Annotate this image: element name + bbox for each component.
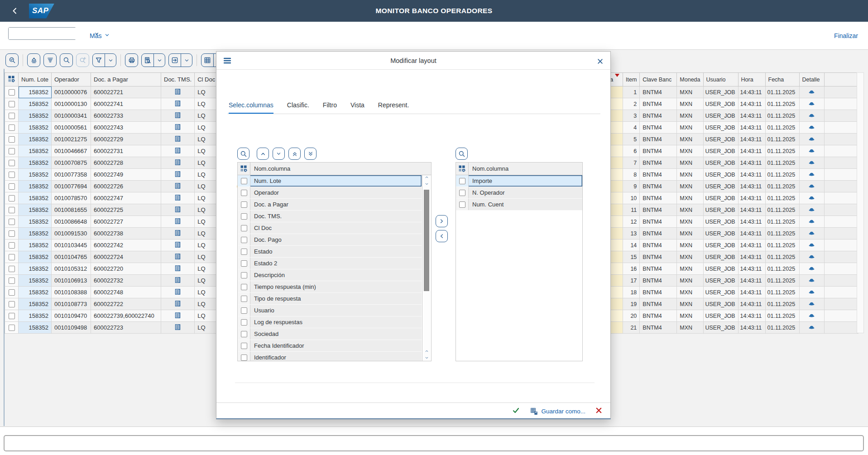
document-lines-icon[interactable] (174, 302, 181, 308)
num-lote-cell[interactable]: 158352 (19, 122, 52, 134)
num-lote-cell[interactable]: 158352 (19, 275, 52, 287)
document-lines-icon[interactable] (174, 160, 181, 167)
item-checkbox[interactable] (241, 260, 247, 267)
scroll-down-icon[interactable] (424, 355, 429, 361)
num-lote-cell[interactable]: 158352 (19, 251, 52, 263)
column-header[interactable]: Doc. TMS. (161, 73, 195, 86)
hat-icon[interactable] (808, 207, 815, 213)
hat-icon[interactable] (808, 113, 815, 119)
item-checkbox[interactable] (241, 354, 247, 361)
search-icon[interactable] (237, 148, 249, 160)
column-header[interactable]: Fecha (765, 73, 799, 86)
search-icon[interactable] (456, 148, 468, 160)
scroll-down-icon[interactable] (424, 181, 429, 188)
save-as-button[interactable]: Guardar como... (530, 407, 585, 415)
filter-button[interactable] (92, 53, 116, 67)
item-checkbox[interactable] (241, 284, 247, 290)
item-checkbox[interactable] (241, 272, 247, 278)
num-lote-cell[interactable]: 158352 (19, 228, 52, 239)
tab-clasific[interactable]: Clasific. (287, 99, 309, 114)
hat-icon[interactable] (808, 289, 815, 296)
document-lines-icon[interactable] (174, 196, 181, 202)
hat-icon[interactable] (808, 160, 815, 166)
num-lote-cell[interactable]: 158352 (19, 287, 52, 298)
item-checkbox[interactable] (459, 190, 465, 196)
column-header[interactable]: Moneda (677, 73, 703, 86)
list-item[interactable]: Identificador (238, 352, 422, 361)
num-lote-cell[interactable]: 158352 (19, 98, 52, 110)
row-checkbox[interactable] (9, 195, 15, 201)
column-header[interactable]: Hora (738, 73, 765, 86)
document-lines-icon[interactable] (174, 207, 181, 214)
document-lines-icon[interactable] (174, 243, 181, 249)
hat-icon[interactable] (808, 148, 815, 154)
hat-icon[interactable] (808, 89, 815, 96)
tab-vista[interactable]: Vista (350, 99, 364, 114)
item-checkbox[interactable] (241, 249, 247, 255)
document-lines-icon[interactable] (174, 231, 181, 238)
command-combobox[interactable] (8, 27, 76, 40)
list-item[interactable]: Cl Doc (238, 222, 422, 234)
list-item[interactable]: Doc. TMS. (238, 211, 422, 222)
num-lote-cell[interactable]: 158352 (19, 192, 52, 204)
row-checkbox[interactable] (9, 172, 15, 178)
row-checkbox[interactable] (9, 160, 15, 166)
print-button[interactable] (125, 53, 138, 67)
document-lines-icon[interactable] (174, 219, 181, 226)
document-lines-icon[interactable] (174, 313, 181, 320)
list-item[interactable]: Usuario (238, 305, 422, 316)
document-lines-icon[interactable] (174, 325, 181, 332)
num-lote-cell[interactable]: 158352 (19, 169, 52, 181)
list-item[interactable]: Doc. Pago (238, 234, 422, 246)
row-checkbox[interactable] (9, 207, 15, 213)
num-lote-cell[interactable]: 158352 (19, 86, 52, 98)
list-item[interactable]: Sociedad (238, 328, 422, 340)
document-lines-icon[interactable] (174, 137, 181, 144)
select-all-header[interactable] (5, 73, 19, 86)
hat-icon[interactable] (808, 101, 815, 107)
row-checkbox[interactable] (9, 113, 15, 119)
hamburger-menu-icon[interactable] (223, 56, 232, 65)
list-scrollbar[interactable] (422, 175, 431, 361)
document-lines-icon[interactable] (174, 254, 181, 261)
num-lote-cell[interactable]: 158352 (19, 181, 52, 192)
row-checkbox[interactable] (9, 301, 15, 307)
close-icon[interactable] (595, 56, 605, 66)
list-item[interactable]: Descripción (238, 269, 422, 281)
hat-icon[interactable] (808, 136, 815, 143)
hat-icon[interactable] (808, 278, 815, 284)
hat-icon[interactable] (808, 172, 815, 178)
row-checkbox[interactable] (9, 242, 15, 249)
hat-icon[interactable] (808, 325, 815, 331)
row-checkbox[interactable] (9, 313, 15, 319)
num-lote-cell[interactable]: 158352 (19, 157, 52, 169)
document-lines-icon[interactable] (174, 278, 181, 285)
row-checkbox[interactable] (9, 230, 15, 237)
item-checkbox[interactable] (241, 178, 247, 184)
row-checkbox[interactable] (9, 101, 15, 107)
hat-icon[interactable] (808, 242, 815, 249)
chevron-down-icon[interactable] (181, 54, 192, 67)
move-up-button[interactable] (257, 148, 269, 160)
num-lote-cell[interactable]: 158352 (19, 204, 52, 216)
row-checkbox[interactable] (9, 289, 15, 296)
num-lote-cell[interactable]: 158352 (19, 310, 52, 322)
list-item[interactable]: Operador (238, 187, 422, 199)
cancel-button[interactable] (595, 407, 602, 415)
list-item[interactable]: Estado 2 (238, 258, 422, 269)
scroll-up-icon[interactable] (424, 174, 429, 181)
search-button[interactable] (60, 53, 73, 67)
move-right-button[interactable] (436, 215, 448, 227)
document-lines-icon[interactable] (174, 113, 181, 120)
row-checkbox[interactable] (9, 183, 15, 190)
table-scrollbar[interactable] (857, 72, 864, 333)
row-checkbox[interactable] (9, 278, 15, 284)
row-checkbox[interactable] (9, 325, 15, 331)
num-lote-cell[interactable]: 158352 (19, 110, 52, 122)
item-checkbox[interactable] (241, 225, 247, 231)
document-lines-icon[interactable] (174, 101, 181, 108)
num-lote-cell[interactable]: 158352 (19, 216, 52, 228)
move-top-button[interactable] (288, 148, 301, 160)
move-bottom-button[interactable] (304, 148, 317, 160)
hat-icon[interactable] (808, 254, 815, 260)
